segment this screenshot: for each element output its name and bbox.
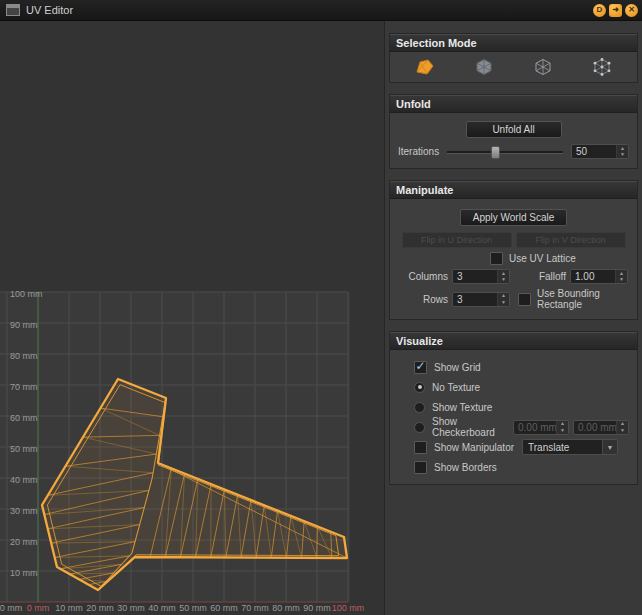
svg-text:60 mm: 60 mm (10, 413, 38, 423)
svg-text:40 mm: 40 mm (10, 475, 38, 485)
falloff-spinner[interactable]: 1.00 ▲ ▼ (570, 269, 628, 284)
svg-text:-10 mm: -10 mm (0, 603, 22, 613)
svg-text:30 mm: 30 mm (10, 506, 38, 516)
ruler-horizontal-labels: -10 mm0 mm10 mm20 mm30 mm40 mm50 mm60 mm… (0, 603, 364, 613)
svg-text:100 mm: 100 mm (10, 289, 43, 299)
iterations-label: Iterations (398, 146, 439, 157)
show-grid-label: Show Grid (434, 362, 481, 373)
show-manipulator-checkbox[interactable] (414, 441, 427, 454)
use-bounding-rectangle-checkbox[interactable] (518, 293, 531, 306)
falloff-value: 1.00 (571, 270, 615, 283)
visualize-section: Visualize ✓ Show Grid No Texture Show Te… (389, 331, 638, 485)
manipulate-header: Manipulate (390, 181, 637, 199)
checker-v-value: 0.00 mm (574, 421, 616, 434)
rows-spinner[interactable]: 3 ▲ ▼ (452, 292, 510, 307)
columns-label: Columns (398, 271, 448, 282)
show-grid-checkbox[interactable]: ✓ (414, 361, 427, 374)
show-checkerboard-label: Show Checkerboard (432, 416, 513, 438)
spinner-down-icon[interactable]: ▼ (498, 299, 509, 306)
no-texture-label: No Texture (432, 382, 480, 393)
checker-v-spinner: 0.00 mm ▲ ▼ (573, 420, 629, 435)
svg-text:70 mm: 70 mm (10, 382, 38, 392)
svg-text:30 mm: 30 mm (117, 603, 145, 613)
slider-track (447, 151, 563, 154)
apply-world-scale-button[interactable]: Apply World Scale (460, 209, 568, 226)
uv-island-select-icon[interactable] (413, 57, 437, 77)
uv-viewport[interactable]: 100 mm90 mm80 mm70 mm60 mm50 mm40 mm30 m… (0, 21, 385, 615)
show-texture-radio[interactable] (414, 402, 425, 413)
unfold-section: Unfold Unfold All Iterations 50 (389, 94, 638, 169)
svg-text:10 mm: 10 mm (10, 568, 38, 578)
use-uv-lattice-label: Use UV Lattice (509, 253, 576, 264)
check-icon: ✓ (415, 360, 425, 372)
svg-text:50 mm: 50 mm (10, 444, 38, 454)
selection-mode-body (390, 52, 637, 82)
spinner-down-icon[interactable]: ▼ (616, 277, 627, 284)
control-panel: Selection Mode (385, 21, 642, 615)
checker-u-spinner: 0.00 mm ▲ ▼ (513, 420, 569, 435)
svg-text:90 mm: 90 mm (303, 603, 331, 613)
no-texture-radio[interactable] (414, 382, 425, 393)
popout-button[interactable]: ➜ (609, 4, 622, 17)
svg-text:40 mm: 40 mm (148, 603, 176, 613)
visualize-header: Visualize (390, 332, 637, 350)
flip-u-button: Flip in U Direction (402, 232, 512, 248)
svg-text:100 mm: 100 mm (332, 603, 365, 613)
face-select-icon[interactable] (472, 57, 496, 77)
checker-u-value: 0.00 mm (514, 421, 556, 434)
uv-editor-window: UV Editor D ➜ ✕ 100 mm90 mm80 mm70 mm60 … (0, 0, 642, 615)
spinner-down-icon: ▼ (557, 427, 568, 434)
columns-value: 3 (453, 270, 497, 283)
rows-value: 3 (453, 293, 497, 306)
rows-label: Rows (398, 294, 448, 305)
window-title: UV Editor (26, 4, 73, 16)
flip-v-button: Flip in V Direction (516, 232, 626, 248)
vertex-select-icon[interactable] (590, 57, 614, 77)
dropdown-arrow-icon[interactable]: ▼ (602, 440, 617, 454)
manipulator-mode-dropdown[interactable]: Translate ▼ (522, 439, 618, 455)
spinner-down-icon[interactable]: ▼ (498, 277, 509, 284)
show-borders-checkbox[interactable] (414, 461, 427, 474)
show-borders-label: Show Borders (434, 462, 497, 473)
slider-thumb[interactable] (491, 146, 500, 159)
spinner-down-icon: ▼ (617, 427, 628, 434)
unfold-header: Unfold (390, 95, 637, 113)
close-button[interactable]: ✕ (625, 4, 638, 17)
selection-mode-section: Selection Mode (389, 33, 638, 83)
svg-text:90 mm: 90 mm (10, 320, 38, 330)
iterations-slider[interactable] (447, 145, 563, 159)
unfold-all-button[interactable]: Unfold All (466, 121, 562, 138)
svg-text:70 mm: 70 mm (241, 603, 269, 613)
uv-canvas[interactable]: 100 mm90 mm80 mm70 mm60 mm50 mm40 mm30 m… (0, 21, 383, 615)
show-texture-label: Show Texture (432, 402, 492, 413)
svg-text:80 mm: 80 mm (10, 351, 38, 361)
manipulate-section: Manipulate Apply World Scale Flip in U D… (389, 180, 638, 320)
spinner-down-icon[interactable]: ▼ (617, 152, 628, 159)
svg-text:20 mm: 20 mm (86, 603, 114, 613)
iterations-spinner[interactable]: 50 ▲ ▼ (571, 144, 629, 159)
svg-text:0 mm: 0 mm (27, 603, 50, 613)
use-uv-lattice-checkbox[interactable] (490, 252, 503, 265)
show-checkerboard-radio[interactable] (414, 422, 425, 433)
svg-text:20 mm: 20 mm (10, 537, 38, 547)
svg-text:80 mm: 80 mm (272, 603, 300, 613)
svg-text:50 mm: 50 mm (179, 603, 207, 613)
window-icon (6, 4, 20, 16)
show-manipulator-label: Show Manipulator (434, 442, 514, 453)
manipulator-mode-value: Translate (523, 440, 602, 454)
dock-button[interactable]: D (593, 4, 606, 17)
falloff-label: Falloff (524, 271, 566, 282)
selection-mode-header: Selection Mode (390, 34, 637, 52)
titlebar: UV Editor D ➜ ✕ (0, 0, 642, 21)
iterations-value: 50 (572, 145, 616, 158)
svg-text:60 mm: 60 mm (210, 603, 238, 613)
svg-text:10 mm: 10 mm (55, 603, 83, 613)
use-bounding-rectangle-label: Use Bounding Rectangle (537, 288, 629, 310)
columns-spinner[interactable]: 3 ▲ ▼ (452, 269, 510, 284)
edge-select-icon[interactable] (531, 57, 555, 77)
